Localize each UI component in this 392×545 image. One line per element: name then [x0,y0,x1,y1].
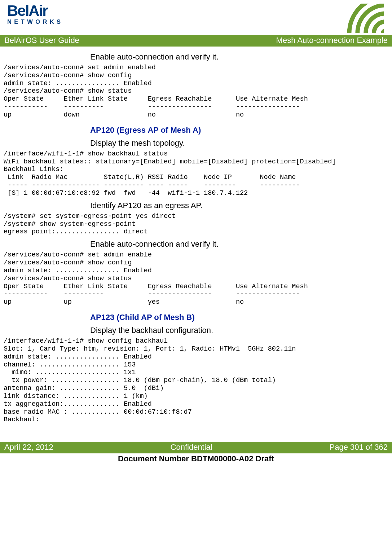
doc-title: BelAirOS User Guide [4,36,79,45]
document-number: Document Number BDTM00000-A02 Draft [0,453,392,463]
terminal-output: /system# set system-egress-point yes dir… [4,212,392,236]
footer-bar: April 22, 2012 Confidential Page 301 of … [0,442,392,453]
step-heading: Enable auto-connection and verify it. [90,50,392,63]
section-heading: AP123 (Child AP of Mesh B) [90,308,392,324]
belair-logo: BelAir NETWORKS [7,4,70,25]
logo-text-bottom: NETWORKS [7,18,70,25]
content: Enable auto-connection and verify it. /s… [0,47,392,424]
terminal-output: /interface/wifi-1-1# show backhaul statu… [4,150,392,197]
section-heading: AP120 (Egress AP of Mesh A) [90,120,392,136]
header: BelAir NETWORKS [0,4,392,35]
title-bar: BelAirOS User Guide Mesh Auto-connection… [0,35,392,47]
terminal-output: /services/auto-conn# set admin enabled /… [4,64,392,119]
footer-conf: Confidential [171,443,212,452]
section-title: Mesh Auto-connection Example [276,36,388,45]
step-heading: Display the backhaul configuration. [90,324,392,337]
signal-icon [343,4,385,33]
logo-text-top: BelAir [7,4,70,18]
footer-date: April 22, 2012 [4,443,53,452]
step-heading: Identify AP120 as an egress AP. [90,199,392,212]
terminal-output: /interface/wifi-1-1# show config backhau… [4,337,392,424]
terminal-output: /services/auto-conn# set admin enable /s… [4,251,392,306]
step-heading: Enable auto-connection and verify it. [90,237,392,250]
footer-page: Page 301 of 362 [330,443,388,452]
step-heading: Display the mesh topology. [90,136,392,149]
page: BelAir NETWORKS [0,0,392,463]
